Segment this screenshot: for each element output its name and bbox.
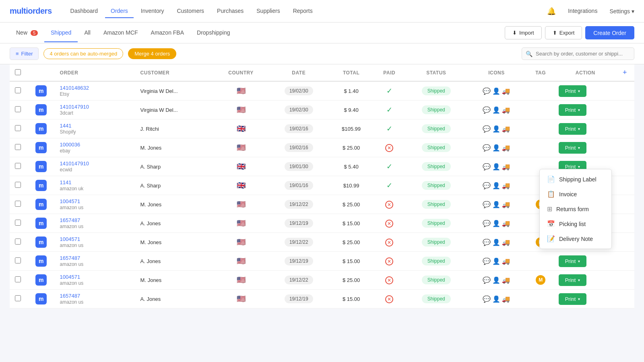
nav-integrations[interactable]: Integrations <box>562 4 603 18</box>
person-icon[interactable]: 👤 <box>492 163 500 171</box>
row-checkbox[interactable] <box>15 87 21 93</box>
print-button[interactable]: Print ▾ <box>559 274 587 286</box>
tab-all[interactable]: All <box>78 24 97 42</box>
dropdown-returns-form[interactable]: ⊞ Returns form <box>540 202 611 216</box>
nav-suppliers[interactable]: Suppliers <box>251 4 285 18</box>
import-button[interactable]: ⬇ Import <box>505 26 542 39</box>
order-number[interactable]: 1004571 <box>60 274 134 280</box>
comment-icon[interactable]: 💬 <box>483 239 491 246</box>
dropdown-picking-list[interactable]: 📅 Picking list <box>540 216 611 231</box>
truck-icon[interactable]: 🚚 <box>502 87 510 95</box>
tab-dropshipping[interactable]: Dropshipping <box>190 24 237 42</box>
add-column-icon[interactable]: + <box>623 68 627 76</box>
order-number[interactable]: 1004571 <box>60 236 134 242</box>
create-order-button[interactable]: Create Order <box>585 26 634 39</box>
order-number[interactable]: 1441 <box>60 123 134 129</box>
comment-icon[interactable]: 💬 <box>483 257 491 265</box>
tab-shipped[interactable]: Shipped <box>44 24 78 42</box>
status-cell: Shipped <box>405 157 467 176</box>
bell-icon[interactable]: 🔔 <box>547 7 556 16</box>
order-number[interactable]: 1410147910 <box>60 104 134 110</box>
row-checkbox[interactable] <box>15 295 21 301</box>
tab-amazon-mcf[interactable]: Amazon MCF <box>97 24 144 42</box>
truck-icon[interactable]: 🚚 <box>502 239 510 246</box>
truck-icon[interactable]: 🚚 <box>502 220 510 227</box>
person-icon[interactable]: 👤 <box>492 201 500 208</box>
row-checkbox[interactable] <box>15 276 21 282</box>
comment-icon[interactable]: 💬 <box>483 295 491 303</box>
nav-orders[interactable]: Orders <box>105 4 134 18</box>
dropdown-delivery-note[interactable]: 📝 Delivery Note <box>540 231 611 246</box>
row-checkbox[interactable] <box>15 220 21 226</box>
order-number[interactable]: 1004571 <box>60 198 134 204</box>
comment-icon[interactable]: 💬 <box>483 125 491 133</box>
print-button[interactable]: Print ▾ <box>559 123 587 135</box>
dropdown-shipping-label[interactable]: 📄 Shipping Label <box>540 172 611 187</box>
merge-button[interactable]: Merge 4 orders <box>128 48 176 59</box>
nav-inventory[interactable]: Inventory <box>135 4 170 18</box>
truck-icon[interactable]: 🚚 <box>502 144 510 152</box>
row-checkbox[interactable] <box>15 257 21 263</box>
comment-icon[interactable]: 💬 <box>483 201 491 208</box>
tab-amazon-fba[interactable]: Amazon FBA <box>144 24 190 42</box>
settings-link[interactable]: Settings ▾ <box>609 8 634 14</box>
person-icon[interactable]: 👤 <box>492 276 500 284</box>
truck-icon[interactable]: 🚚 <box>502 125 510 133</box>
nav-purchases[interactable]: Purchases <box>211 4 249 18</box>
truck-icon[interactable]: 🚚 <box>502 182 510 189</box>
comment-icon[interactable]: 💬 <box>483 220 491 227</box>
comment-icon[interactable]: 💬 <box>483 106 491 114</box>
nav-reports[interactable]: Reports <box>287 4 318 18</box>
person-icon[interactable]: 👤 <box>492 125 500 133</box>
person-icon[interactable]: 👤 <box>492 106 500 114</box>
person-icon[interactable]: 👤 <box>492 87 500 95</box>
order-number[interactable]: 1000036 <box>60 142 134 148</box>
country-cell: 🇺🇸 <box>213 233 268 252</box>
comment-icon[interactable]: 💬 <box>483 276 491 284</box>
row-checkbox[interactable] <box>15 163 21 169</box>
nav-dashboard[interactable]: Dashboard <box>65 4 104 18</box>
order-number[interactable]: 1141 <box>60 179 134 185</box>
search-input[interactable] <box>522 47 634 60</box>
comment-icon[interactable]: 💬 <box>483 182 491 189</box>
person-icon[interactable]: 👤 <box>492 182 500 189</box>
comment-icon[interactable]: 💬 <box>483 87 491 95</box>
order-number[interactable]: 1410147910 <box>60 160 134 167</box>
row-checkbox[interactable] <box>15 125 21 131</box>
truck-icon[interactable]: 🚚 <box>502 257 510 265</box>
select-all-checkbox[interactable] <box>15 69 21 75</box>
truck-icon[interactable]: 🚚 <box>502 163 510 171</box>
row-checkbox[interactable] <box>15 239 21 245</box>
person-icon[interactable]: 👤 <box>492 144 500 152</box>
order-number[interactable]: 1657487 <box>60 255 134 261</box>
person-icon[interactable]: 👤 <box>492 220 500 227</box>
row-checkbox[interactable] <box>15 144 21 150</box>
truck-icon[interactable]: 🚚 <box>502 295 510 303</box>
truck-icon[interactable]: 🚚 <box>502 276 510 284</box>
truck-icon[interactable]: 🚚 <box>502 201 510 208</box>
order-number[interactable]: 1657487 <box>60 217 134 223</box>
order-number[interactable]: 1410148632 <box>60 85 134 91</box>
order-number[interactable]: 1657487 <box>60 293 134 299</box>
print-button[interactable]: Print ▾ <box>559 293 587 305</box>
person-icon[interactable]: 👤 <box>492 239 500 246</box>
truck-icon[interactable]: 🚚 <box>502 106 510 114</box>
row-checkbox[interactable] <box>15 182 21 188</box>
comment-icon[interactable]: 💬 <box>483 144 491 152</box>
row-checkbox[interactable] <box>15 201 21 207</box>
comment-icon[interactable]: 💬 <box>483 163 491 171</box>
export-button[interactable]: ⬆ Export <box>545 26 582 39</box>
print-button[interactable]: Print ▾ <box>559 142 587 154</box>
print-button[interactable]: Print ▾ <box>559 104 587 116</box>
nav-customers[interactable]: Customers <box>171 4 210 18</box>
print-button[interactable]: Print ▾ <box>559 85 587 97</box>
filter-button[interactable]: ≡ Filter <box>10 47 39 60</box>
icons-cell: 💬👤🚚 <box>467 195 526 214</box>
date-badge: 19/02/16 <box>285 124 313 133</box>
dropdown-invoice[interactable]: 📋 Invoice <box>540 187 611 202</box>
row-checkbox[interactable] <box>15 106 21 112</box>
tab-new[interactable]: New 5 <box>10 24 44 42</box>
person-icon[interactable]: 👤 <box>492 257 500 265</box>
print-button[interactable]: Print ▾ <box>559 255 587 267</box>
person-icon[interactable]: 👤 <box>492 295 500 303</box>
